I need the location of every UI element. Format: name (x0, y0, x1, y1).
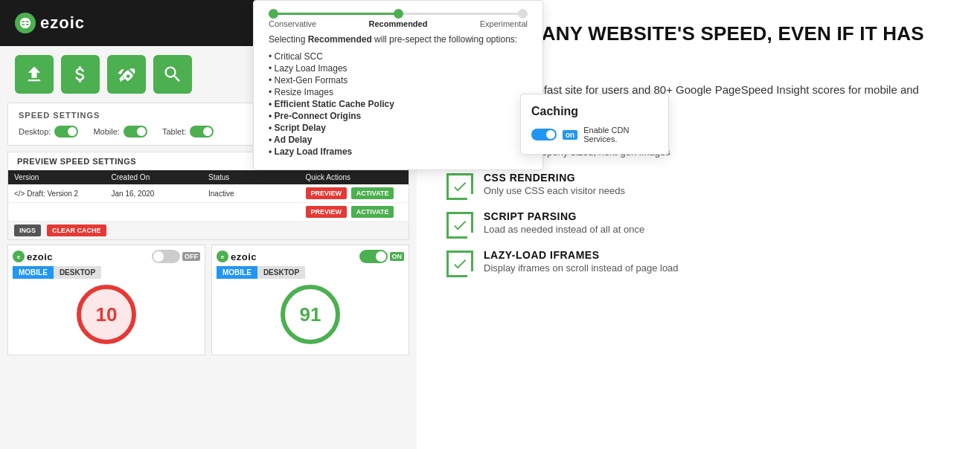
preview-button-2[interactable]: PREVIEW (306, 206, 348, 218)
feature-text-2: SCRIPT PARSING Load as needed instead of… (484, 210, 950, 235)
checkmark-box-2 (446, 212, 473, 239)
desktop-label: Desktop: (19, 127, 51, 136)
tooltip-item-3: Resize Images (269, 86, 528, 98)
activate-button-1[interactable]: ACTIVATE (351, 187, 394, 199)
checkmark-icon-3 (452, 256, 468, 272)
tab-desktop-off[interactable]: DESKTOP (54, 266, 101, 279)
checkmark-icon-1 (452, 178, 468, 195)
score-good: 91 (281, 285, 340, 344)
th-version: Version (14, 173, 112, 181)
caching-popup: Caching on Enable CDN Services. (520, 94, 669, 155)
mobile-label: Mobile: (93, 127, 119, 136)
feature-title-3: LAZY-LOAD IFRAMES (484, 249, 950, 261)
tablet-label: Tablet: (162, 127, 186, 136)
caching-toggle[interactable] (531, 129, 557, 140)
feature-desc-1: Only use CSS each visitor needs (484, 185, 950, 196)
toggle-off-group: OFF (152, 250, 200, 263)
feature-title-2: SCRIPT PARSING (484, 210, 950, 222)
slider-dot-center (394, 9, 403, 19)
preview-button-1[interactable]: PREVIEW (306, 187, 348, 199)
activate-button-2[interactable]: ACTIVATE (351, 206, 394, 218)
mini-logo-text-off: ezoic (27, 251, 53, 262)
mobile-toggle[interactable] (124, 126, 147, 138)
clear-cache-button[interactable]: CLEAR CACHE (47, 224, 106, 236)
caching-cdn-text: Enable CDN Services. (583, 126, 658, 143)
tooltip-item-5: Pre-Connect Origins (269, 110, 528, 122)
tooltip-item-0: Critical SCC (269, 51, 528, 62)
tooltip-item-1: Lazy Load Images (269, 62, 528, 74)
checkmark-box-1 (446, 173, 473, 200)
slider-labels: Conservative Recommended Experimental (269, 19, 528, 28)
score-circles-on: 91 (217, 279, 404, 350)
toggle-on-group: ON (359, 250, 405, 263)
feature-desc-2: Load as needed instead of all at once (484, 224, 950, 235)
tooltip-desc-pre: Selecting (269, 34, 308, 45)
slider-label-conservative: Conservative (269, 19, 316, 28)
feature-item-3: LAZY-LOAD IFRAMES Display iframes on scr… (446, 249, 950, 277)
nav-dollar-icon[interactable] (61, 55, 100, 94)
desktop-toggle-group: Desktop: (19, 126, 78, 138)
mini-logo-on: e ezoic (217, 251, 257, 262)
slider-track (269, 13, 528, 15)
feature-item-2: SCRIPT PARSING Load as needed instead of… (446, 210, 950, 239)
feature-item-1: CSS RENDERING Only use CSS each visitor … (446, 172, 950, 200)
tab-mobile-off[interactable]: MOBILE (13, 266, 54, 279)
mini-logo-icon-off: e (13, 251, 25, 262)
tooltip-popup: Conservative Recommended Experimental Se… (253, 0, 543, 170)
tooltip-description: Selecting Recommended will pre-sepect th… (269, 34, 528, 45)
toggle-pill-on[interactable] (359, 250, 388, 263)
off-label: OFF (182, 252, 200, 261)
tooltip-item-4: Efficient Static Cache Policy (269, 98, 528, 110)
mini-logo-off: e ezoic (13, 251, 53, 262)
tab-desktop-on[interactable]: DESKTOP (257, 266, 305, 279)
feature-text-1: CSS RENDERING Only use CSS each visitor … (484, 172, 950, 196)
tooltip-item-6: Script Delay (269, 122, 528, 134)
tablet-toggle[interactable] (190, 126, 214, 138)
th-created: Created On (112, 173, 209, 181)
caching-row: on Enable CDN Services. (531, 126, 658, 143)
checkmark-icon-2 (452, 217, 468, 233)
toggle-pill-off[interactable] (152, 250, 180, 263)
checkmark-box-3 (446, 251, 473, 277)
slider-dot-left (269, 9, 278, 19)
feature-desc-3: Display iframes on scroll instead of pag… (484, 262, 950, 274)
td-status-1: Inactive (208, 190, 306, 198)
td-created-1: Jan 16, 2020 (112, 190, 209, 198)
score-card-off-header: e ezoic OFF (13, 250, 200, 263)
table-data-row-1: </> Draft: Version 2 Jan 16, 2020 Inacti… (8, 184, 409, 203)
nav-upload-icon[interactable] (15, 55, 54, 94)
slider-label-recommended: Recommended (369, 19, 428, 28)
caching-on-label: on (563, 130, 577, 140)
tooltip-item-8: Lazy Load Iframes (269, 146, 528, 158)
td-actions-2: PREVIEW ACTIVATE (306, 206, 403, 218)
score-card-on: e ezoic ON MOBILE DESKTOP 91 (211, 245, 409, 355)
score-card-off: e ezoic OFF MOBILE DESKTOP 10 (7, 245, 205, 355)
tab-mobile-on[interactable]: MOBILE (217, 266, 257, 279)
feature-text-3: LAZY-LOAD IFRAMES Display iframes on scr… (484, 249, 950, 274)
td-actions-1: PREVIEW ACTIVATE (306, 187, 403, 199)
ezoic-logo: ezoic (15, 13, 85, 33)
ezoic-logo-text: ezoic (40, 13, 85, 33)
clear-row: INGS CLEAR CACHE (8, 222, 409, 239)
desktop-toggle[interactable] (54, 126, 78, 138)
caching-title: Caching (531, 105, 658, 118)
feature-title-1: CSS RENDERING (484, 172, 950, 184)
slider-label-experimental: Experimental (480, 19, 528, 28)
slider-track-filled (269, 13, 398, 15)
tooltip-desc-post: will pre-sepect the following options: (372, 34, 517, 45)
tablet-toggle-group: Tablet: (162, 126, 214, 138)
nav-rocket-icon[interactable] (107, 55, 146, 94)
nav-search-icon[interactable] (153, 55, 192, 94)
table-data-row-2: PREVIEW ACTIVATE (8, 203, 409, 222)
scores-area: e ezoic OFF MOBILE DESKTOP 10 (7, 245, 409, 355)
on-label: ON (390, 252, 405, 261)
td-version-1: </> Draft: Version 2 (14, 190, 112, 198)
settings-button[interactable]: INGS (14, 224, 41, 236)
mini-logo-text-on: ezoic (231, 251, 257, 262)
table-header-row: Version Created On Status Quick Actions (8, 170, 409, 184)
score-circles-off: 10 (13, 279, 200, 350)
tooltip-item-7: Ad Delay (269, 134, 528, 146)
th-status: Status (208, 173, 306, 181)
ezoic-logo-icon (15, 13, 36, 33)
th-actions: Quick Actions (306, 173, 403, 181)
